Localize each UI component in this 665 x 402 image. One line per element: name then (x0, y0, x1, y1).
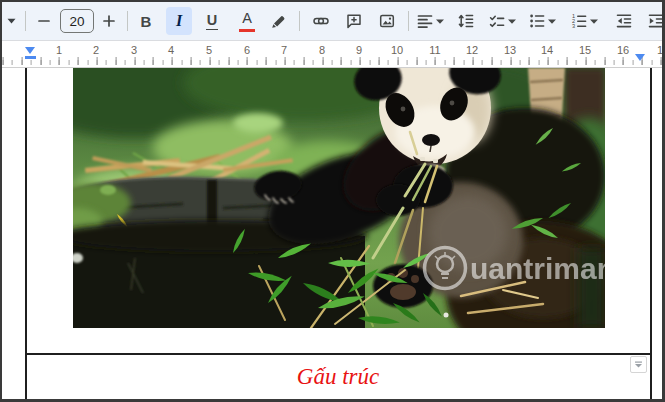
text-color-button[interactable]: A (234, 7, 260, 35)
toolbar-overflow-caret-icon[interactable] (7, 18, 16, 24)
add-comment-button[interactable] (341, 7, 367, 35)
insert-image-icon (379, 13, 395, 29)
separator (127, 11, 128, 31)
text-color-icon: A (242, 11, 252, 26)
decrease-indent-icon (616, 13, 632, 29)
minus-icon (36, 13, 52, 29)
page-right-border (650, 68, 652, 399)
ruler[interactable]: 1 2 3 4 5 6 7 8 9 10 11 12 13 14 15 16 1 (2, 41, 662, 68)
insert-link-button[interactable] (308, 7, 334, 35)
underline-icon: U (206, 12, 218, 30)
ruler-number: 12 (466, 44, 478, 56)
align-left-icon (417, 14, 433, 29)
italic-icon: I (176, 12, 182, 30)
separator (408, 11, 409, 31)
decrease-indent-button[interactable] (611, 7, 637, 35)
ruler-number: 10 (391, 44, 403, 56)
first-line-indent-bar-icon (25, 56, 36, 59)
caption-divider-line (25, 353, 651, 355)
link-icon (313, 13, 329, 29)
plus-icon (101, 13, 117, 29)
font-size-value: 20 (69, 14, 84, 29)
chevron-down-icon (590, 19, 598, 24)
line-spacing-button[interactable] (453, 7, 479, 35)
app-window: 20 B I U A (0, 0, 665, 402)
bulleted-list-icon (529, 13, 545, 29)
underline-button[interactable]: U (199, 7, 225, 35)
panda-photo-illustration: uantrimang (73, 68, 605, 328)
document-image-panda[interactable]: uantrimang (73, 68, 605, 328)
align-button[interactable] (415, 7, 445, 35)
right-indent-triangle-icon (635, 54, 645, 61)
line-spacing-icon (458, 13, 474, 29)
separator (25, 11, 26, 31)
separator (299, 11, 300, 31)
increase-indent-icon (648, 13, 662, 29)
text-color-swatch (239, 29, 255, 33)
add-comment-icon (346, 13, 362, 29)
chevron-down-icon (508, 19, 516, 24)
page-left-border (25, 68, 27, 399)
image-caption[interactable]: Gấu trúc (25, 356, 651, 397)
caption-cell-dropdown-button[interactable] (630, 356, 647, 373)
watermark-text: uantrimang (470, 252, 605, 285)
ruler-number: 6 (244, 44, 250, 56)
document-canvas[interactable]: uantrimang Gấu trúc (2, 68, 662, 399)
font-size-decrease-button[interactable] (31, 7, 57, 35)
ruler-number: 5 (206, 44, 212, 56)
italic-button[interactable]: I (166, 7, 192, 35)
right-indent-marker[interactable] (635, 54, 645, 61)
ruler-number: 13 (504, 44, 516, 56)
left-indent-marker[interactable] (25, 47, 36, 59)
numbered-list-button[interactable]: 1 2 3 (569, 7, 599, 35)
ruler-number-partial: 1 (657, 44, 662, 56)
bold-icon: B (141, 13, 152, 30)
ruler-number: 16 (617, 44, 629, 56)
chevron-down-icon (436, 19, 444, 24)
highlight-color-button[interactable] (266, 7, 292, 35)
bold-button[interactable]: B (133, 7, 159, 35)
ruler-number: 7 (281, 44, 287, 56)
ruler-number: 15 (579, 44, 591, 56)
ruler-number: 3 (131, 44, 137, 56)
dropdown-caret-icon (634, 361, 643, 368)
font-size-increase-button[interactable] (96, 7, 122, 35)
ruler-number: 14 (541, 44, 553, 56)
font-size-input[interactable]: 20 (60, 9, 94, 33)
checklist-button[interactable] (487, 7, 517, 35)
ruler-ticks-half (2, 57, 662, 65)
increase-indent-button[interactable] (643, 7, 662, 35)
ruler-number: 9 (356, 44, 362, 56)
insert-image-button[interactable] (374, 7, 400, 35)
ruler-number: 4 (168, 44, 174, 56)
ruler-number: 8 (319, 44, 325, 56)
highlighter-icon (271, 13, 287, 29)
numbered-list-icon: 1 2 3 (571, 13, 587, 29)
caption-text: Gấu trúc (297, 364, 379, 390)
ruler-number: 2 (93, 44, 99, 56)
ruler-number: 11 (429, 44, 440, 56)
left-indent-triangle-icon (25, 47, 35, 54)
svg-text:3: 3 (572, 23, 575, 29)
chevron-down-icon (548, 19, 556, 24)
toolbar: 20 B I U A (2, 2, 662, 41)
ruler-number: 1 (56, 44, 62, 56)
bulleted-list-button[interactable] (527, 7, 557, 35)
checklist-icon (489, 14, 505, 29)
